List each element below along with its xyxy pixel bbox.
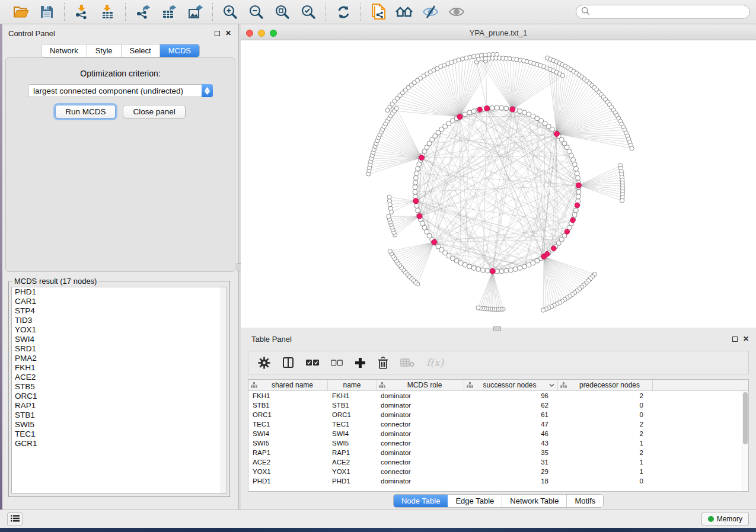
network-node[interactable] (485, 268, 490, 273)
mcds-result-item[interactable]: PHD1 (12, 287, 227, 297)
network-node[interactable] (417, 162, 422, 166)
close-panel-icon[interactable]: ✕ (225, 30, 231, 37)
cell-MCDS-role[interactable]: dominator (377, 410, 464, 419)
network-node[interactable] (476, 267, 481, 271)
cell-successor-nodes[interactable]: 18 (464, 476, 558, 486)
network-node[interactable] (480, 268, 485, 273)
cell-name[interactable]: ORC1 (328, 410, 377, 419)
network-node[interactable] (572, 162, 577, 166)
cell-successor-nodes[interactable]: 43 (464, 438, 558, 448)
cell-predecessor-nodes[interactable]: 1 (558, 457, 653, 467)
cell-name[interactable]: SWI5 (328, 438, 377, 448)
network-leaf-node[interactable] (630, 146, 634, 150)
cell-MCDS-role[interactable]: connector (377, 438, 464, 448)
float-panel-icon[interactable] (215, 31, 220, 36)
cell-shared-name[interactable]: STB1 (248, 400, 328, 410)
cell-predecessor-nodes[interactable]: 1 (558, 438, 653, 448)
cell-shared-name[interactable]: ORC1 (248, 410, 328, 419)
cell-predecessor-nodes[interactable]: 1 (558, 467, 653, 476)
mcds-result-item[interactable]: SRD1 (12, 344, 227, 354)
cell-MCDS-role[interactable]: connector (377, 457, 464, 467)
mcds-result-list[interactable]: PHD1CAR1STP4TID3YOX1SWI4SRD1PMA2FKH1ACE2… (11, 287, 227, 493)
network-node[interactable] (495, 105, 499, 110)
cell-name[interactable]: TEC1 (328, 419, 377, 429)
select-all-icon[interactable] (306, 359, 319, 366)
network-node[interactable] (414, 203, 419, 208)
network-leaf-node[interactable] (541, 308, 546, 312)
cell-MCDS-role[interactable]: dominator (377, 391, 464, 400)
mcds-list-scrollbar[interactable] (221, 287, 227, 493)
table-row[interactable]: ORC1ORC1dominator610 (248, 410, 748, 419)
network-node[interactable] (513, 267, 518, 271)
cell-name[interactable]: PHD1 (328, 476, 377, 486)
network-node[interactable] (571, 158, 576, 162)
export-network-button[interactable] (134, 3, 152, 21)
table-row[interactable]: STB1STB1dominator620 (248, 400, 748, 410)
zoom-selected-button[interactable] (299, 3, 317, 21)
cell-predecessor-nodes[interactable]: 0 (558, 410, 653, 419)
network-node[interactable] (576, 175, 580, 180)
network-node[interactable] (471, 265, 476, 270)
mcds-hub-node[interactable] (545, 252, 550, 257)
cell-name[interactable]: STB1 (328, 400, 377, 410)
network-node[interactable] (573, 208, 578, 213)
mcds-hub-node[interactable] (570, 217, 575, 222)
cell-shared-name[interactable]: SWI4 (248, 429, 328, 438)
mcds-result-item[interactable]: ACE2 (12, 373, 227, 382)
network-node[interactable] (573, 166, 578, 171)
cell-successor-nodes[interactable]: 29 (464, 467, 558, 476)
mcds-hub-node[interactable] (477, 107, 482, 112)
tab-mcds[interactable]: MCDS (160, 44, 199, 57)
network-window-titlebar[interactable]: YPA_prune.txt_1 (241, 26, 756, 40)
network-node[interactable] (522, 110, 527, 115)
open-file-button[interactable] (12, 3, 30, 21)
mcds-hub-node[interactable] (551, 246, 556, 251)
mcds-hub-node[interactable] (575, 203, 579, 207)
mcds-result-item[interactable]: TEC1 (12, 430, 227, 439)
cell-successor-nodes[interactable]: 61 (464, 410, 558, 419)
network-leaf-node[interactable] (394, 106, 398, 110)
search-box[interactable] (576, 5, 750, 19)
close-panel-button[interactable]: Close panel (123, 105, 185, 118)
column-header-shared-name[interactable]: shared name (248, 380, 328, 390)
cell-shared-name[interactable]: PHD1 (248, 476, 328, 486)
zoom-out-button[interactable] (247, 3, 265, 21)
network-node[interactable] (414, 171, 419, 176)
table-scrollbar-thumb[interactable] (743, 392, 748, 444)
table-row[interactable]: RAP1RAP1dominator352 (248, 448, 748, 457)
cell-shared-name[interactable]: FKH1 (248, 391, 328, 400)
import-network-button[interactable] (73, 3, 91, 21)
mcds-hub-node[interactable] (413, 198, 419, 204)
column-header-name[interactable]: name (328, 380, 377, 390)
cell-MCDS-role[interactable]: dominator (377, 429, 464, 438)
network-node[interactable] (499, 269, 504, 274)
zoom-fit-button[interactable] (273, 3, 291, 21)
network-node[interactable] (467, 110, 472, 115)
cell-MCDS-role[interactable]: connector (377, 419, 464, 429)
network-node[interactable] (522, 264, 527, 269)
cell-successor-nodes[interactable]: 96 (464, 391, 558, 400)
mcds-hub-node[interactable] (419, 155, 424, 161)
mcds-result-item[interactable]: RAP1 (12, 401, 227, 411)
show-selected-button[interactable] (448, 3, 465, 21)
cell-MCDS-role[interactable]: connector (377, 467, 464, 476)
tab-node-table[interactable]: Node Table (394, 495, 448, 507)
mcds-hub-node[interactable] (457, 114, 462, 120)
network-node[interactable] (462, 112, 467, 117)
cell-successor-nodes[interactable]: 46 (464, 429, 558, 438)
network-node[interactable] (527, 262, 531, 267)
tab-style[interactable]: Style (87, 44, 122, 57)
cell-name[interactable]: SWI4 (328, 429, 377, 438)
network-node[interactable] (416, 166, 420, 171)
cell-predecessor-nodes[interactable]: 2 (558, 391, 653, 400)
network-node[interactable] (518, 109, 522, 114)
mcds-hub-node[interactable] (564, 229, 569, 234)
table-row[interactable]: ACE2ACE2connector311 (248, 457, 748, 467)
cell-shared-name[interactable]: RAP1 (248, 448, 328, 457)
table-row[interactable]: FKH1FKH1dominator962 (248, 391, 748, 400)
mcds-result-item[interactable]: STP4 (12, 306, 227, 316)
mcds-hub-node[interactable] (554, 131, 559, 136)
mcds-hub-node[interactable] (510, 107, 515, 112)
network-node[interactable] (504, 106, 509, 111)
table-settings-icon[interactable] (258, 357, 270, 369)
